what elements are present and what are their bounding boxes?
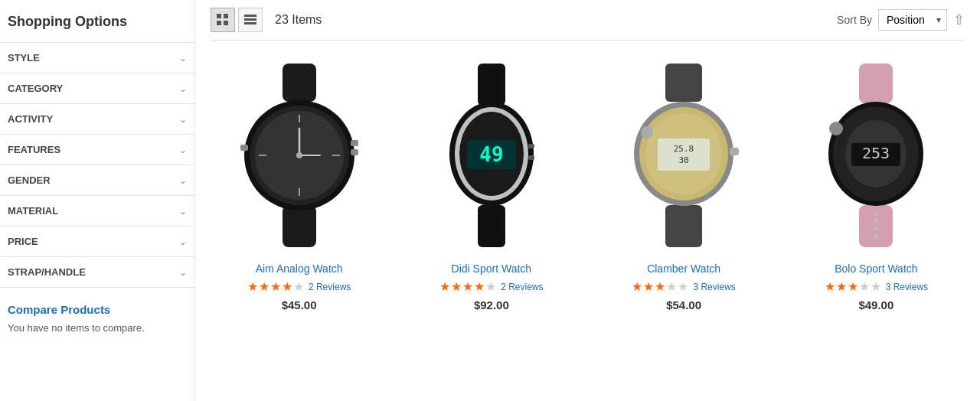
svg-point-52 <box>874 235 878 239</box>
svg-point-50 <box>874 220 878 223</box>
product-name: Aim Analog Watch <box>211 262 387 275</box>
product-name: Didi Sport Watch <box>403 262 580 275</box>
svg-rect-20 <box>351 149 358 155</box>
filter-label-features: FEATURES <box>8 144 60 155</box>
star-filled: ★ <box>836 279 847 294</box>
svg-text:49: 49 <box>479 143 503 166</box>
svg-rect-0 <box>217 14 221 18</box>
product-image-area <box>215 56 384 255</box>
star-filled: ★ <box>451 279 462 294</box>
svg-rect-31 <box>665 64 702 102</box>
svg-rect-32 <box>665 205 702 247</box>
toolbar: 23 Items Sort By Position Name Price ⇧ <box>211 8 965 41</box>
main-content: 23 Items Sort By Position Name Price ⇧ <box>195 0 980 401</box>
chevron-icon-material: ⌄ <box>179 206 187 217</box>
filter-label-price: PRICE <box>8 236 38 247</box>
view-toggle <box>211 8 263 32</box>
item-count: 23 Items <box>275 13 837 27</box>
reviews-link[interactable]: 3 Reviews <box>886 282 928 292</box>
watch-image-bolo-sport: 253 <box>799 64 952 247</box>
svg-rect-42 <box>859 205 893 247</box>
product-card-didi-sport: 49 Didi Sport Watch ★★★★★ 2 Reviews $92.… <box>403 56 580 311</box>
list-view-button[interactable] <box>238 8 263 32</box>
filter-item-style[interactable]: STYLE ⌄ <box>0 42 194 73</box>
stars: ★★★★★ <box>439 279 496 294</box>
list-icon <box>244 14 256 26</box>
chevron-icon-gender: ⌄ <box>179 175 187 186</box>
star-filled: ★ <box>655 279 665 294</box>
svg-rect-1 <box>224 14 228 18</box>
svg-rect-21 <box>240 145 248 151</box>
product-rating: ★★★★★ 3 Reviews <box>632 279 735 294</box>
chevron-icon-category: ⌄ <box>179 83 187 94</box>
product-card-bolo-sport: 253 Bolo Sport Watch ★★★★★ 3 Reviews $49… <box>788 56 965 311</box>
product-link[interactable]: Clamber Watch <box>647 262 720 275</box>
star-empty: ★ <box>666 279 677 294</box>
svg-rect-7 <box>283 64 316 102</box>
sort-select[interactable]: Position Name Price <box>878 9 947 31</box>
star-filled: ★ <box>474 279 485 294</box>
svg-rect-29 <box>528 144 534 148</box>
sort-direction-button[interactable]: ⇧ <box>953 11 965 28</box>
filter-label-strap-handle: STRAP/HANDLE <box>8 266 86 278</box>
filter-item-features[interactable]: FEATURES ⌄ <box>0 134 194 165</box>
stars: ★★★★★ <box>632 279 688 294</box>
star-filled: ★ <box>632 279 642 294</box>
filter-item-material[interactable]: MATERIAL ⌄ <box>0 195 194 226</box>
product-image-area: 253 <box>792 56 960 255</box>
page-layout: Shopping Options STYLE ⌄ CATEGORY ⌄ ACTI… <box>0 0 980 401</box>
compare-link[interactable]: Products <box>60 303 110 316</box>
chevron-icon-features: ⌄ <box>179 145 187 155</box>
product-link[interactable]: Bolo Sport Watch <box>835 262 917 275</box>
product-link[interactable]: Aim Analog Watch <box>256 262 343 275</box>
svg-text:253: 253 <box>862 144 890 162</box>
compare-title: Compare Products <box>8 303 187 316</box>
filter-item-activity[interactable]: ACTIVITY ⌄ <box>0 103 194 134</box>
filter-item-gender[interactable]: GENDER ⌄ <box>0 165 194 195</box>
product-price: $45.00 <box>282 298 317 311</box>
filter-label-activity: ACTIVITY <box>8 113 53 125</box>
grid-icon <box>217 14 229 26</box>
svg-point-48 <box>829 122 843 135</box>
reviews-link[interactable]: 2 Reviews <box>309 282 351 292</box>
sidebar-title: Shopping Options <box>0 8 194 42</box>
svg-point-49 <box>874 212 878 216</box>
product-image-area: 25.8 30 <box>599 56 768 255</box>
product-card-clamber: 25.8 30 Clamber Watch ★★★★★ 3 Reviews $5… <box>596 56 773 311</box>
compare-section: Compare Products You have no items to co… <box>0 288 194 341</box>
svg-text:25.8: 25.8 <box>674 144 694 154</box>
reviews-link[interactable]: 3 Reviews <box>693 282 735 292</box>
star-filled: ★ <box>247 279 258 294</box>
svg-rect-23 <box>478 205 505 247</box>
chevron-icon-style: ⌄ <box>179 53 187 64</box>
watch-image-didi-sport: 49 <box>415 64 568 247</box>
star-filled: ★ <box>462 279 473 294</box>
svg-point-18 <box>296 152 302 158</box>
filter-item-strap-handle[interactable]: STRAP/HANDLE ⌄ <box>0 256 194 288</box>
star-filled: ★ <box>439 279 450 294</box>
product-price: $49.00 <box>858 298 893 311</box>
star-empty: ★ <box>485 279 496 294</box>
svg-point-51 <box>874 227 878 231</box>
star-empty: ★ <box>678 279 688 294</box>
sidebar: Shopping Options STYLE ⌄ CATEGORY ⌄ ACTI… <box>0 0 195 401</box>
watch-image-clamber: 25.8 30 <box>607 64 760 247</box>
svg-rect-6 <box>244 22 256 24</box>
svg-rect-5 <box>244 18 256 21</box>
star-filled: ★ <box>282 279 292 294</box>
filter-item-category[interactable]: CATEGORY ⌄ <box>0 73 194 103</box>
filter-item-price[interactable]: PRICE ⌄ <box>0 226 194 256</box>
star-filled: ★ <box>825 279 835 294</box>
product-rating: ★★★★★ 2 Reviews <box>247 279 351 294</box>
chevron-icon-price: ⌄ <box>179 236 187 247</box>
product-link[interactable]: Didi Sport Watch <box>452 262 532 275</box>
svg-point-40 <box>641 126 653 139</box>
product-price: $54.00 <box>666 298 701 311</box>
products-grid: Aim Analog Watch ★★★★★ 2 Reviews $45.00 <box>211 56 965 311</box>
stars: ★★★★★ <box>825 279 881 294</box>
grid-view-button[interactable] <box>211 8 235 32</box>
compare-note: You have no items to compare. <box>8 322 187 334</box>
reviews-link[interactable]: 2 Reviews <box>501 282 543 292</box>
star-filled: ★ <box>259 279 270 294</box>
product-name: Clamber Watch <box>596 262 773 275</box>
